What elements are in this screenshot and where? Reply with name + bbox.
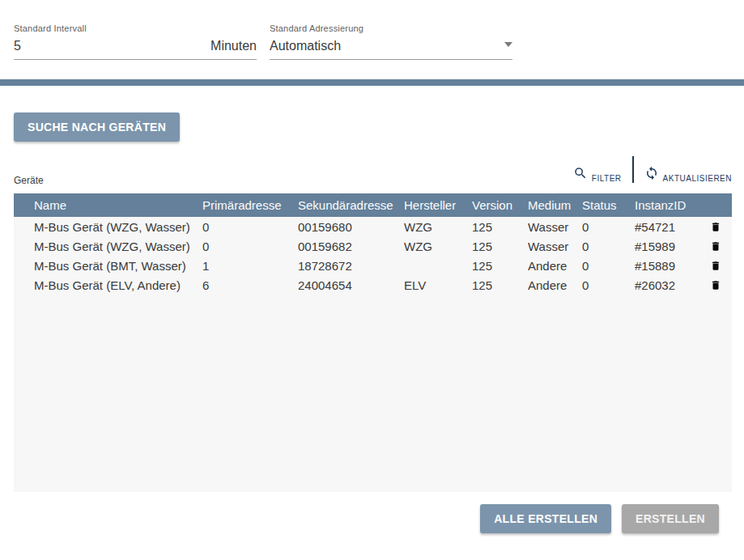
addressing-select[interactable]: Automatisch [270,39,512,60]
delete-device-button[interactable] [710,278,721,292]
trash-icon [710,259,721,273]
addressing-label: Standard Adressierung [270,23,512,33]
cell-status: 0 [582,278,635,292]
delete-device-button[interactable] [710,259,721,273]
cell-name: M-Bus Gerät (WZG, Wasser) [14,240,202,253]
filter-button[interactable]: FILTER [573,166,622,183]
column-header-status: Status [582,198,635,212]
interval-input[interactable] [14,39,95,53]
cell-instance-id: #54721 [635,220,699,234]
interval-field: Standard Intervall Minuten [14,23,257,79]
refresh-button[interactable]: AKTUALISIEREN [644,166,732,183]
interval-unit-suffix: Minuten [210,39,257,53]
toolbar-separator [632,156,634,183]
cell-manufacturer: WZG [404,240,472,253]
refresh-icon [644,166,659,180]
cell-version: 125 [472,259,528,273]
cell-name: M-Bus Gerät (WZG, Wasser) [14,220,202,234]
column-header-manufacturer: Hersteller [404,198,472,212]
cell-secondary-address: 18728672 [298,259,404,273]
table-row[interactable]: M-Bus Gerät (BMT, Wasser) 1 18728672 125… [14,256,732,275]
settings-form: Standard Intervall Minuten Standard Adre… [0,0,744,79]
trash-icon [710,278,721,292]
cell-medium: Wasser [528,240,582,253]
devices-caption: Geräte [14,175,44,189]
addressing-selected-value: Automatisch [270,39,341,53]
cell-secondary-address: 24004654 [298,278,404,292]
column-header-primary-address: Primäradresse [202,198,298,212]
cell-version: 125 [472,220,528,234]
delete-device-button[interactable] [710,240,721,253]
cell-status: 0 [582,259,635,273]
cell-version: 125 [472,278,528,292]
table-body: M-Bus Gerät (WZG, Wasser) 0 00159680 WZG… [14,217,732,295]
cell-primary-address: 6 [202,278,298,292]
table-row[interactable]: M-Bus Gerät (WZG, Wasser) 0 00159682 WZG… [14,236,732,256]
cell-medium: Andere [528,278,582,292]
cell-primary-address: 1 [202,259,298,273]
cell-instance-id: #26032 [635,278,699,292]
column-header-medium: Medium [528,198,582,212]
table-row[interactable]: M-Bus Gerät (ELV, Andere) 6 24004654 ELV… [14,275,732,295]
cell-name: M-Bus Gerät (ELV, Andere) [14,278,202,292]
column-header-version: Version [472,198,528,212]
cell-version: 125 [472,240,528,253]
cell-secondary-address: 00159680 [298,220,404,234]
refresh-label: AKTUALISIEREN [663,174,732,183]
dropdown-arrow-icon [504,42,512,47]
cell-primary-address: 0 [202,240,298,253]
search-devices-button[interactable]: SUCHE NACH GERÄTEN [14,112,180,142]
delete-device-button[interactable] [710,220,721,234]
table-toolbar: Geräte FILTER AKTUALISIEREN [14,142,732,189]
cell-primary-address: 0 [202,220,298,234]
cell-manufacturer: ELV [404,278,472,292]
cell-status: 0 [582,240,635,253]
interval-label: Standard Intervall [14,23,257,33]
devices-table: Name Primäradresse Sekundäradresse Herst… [14,193,732,492]
column-header-secondary-address: Sekundäradresse [298,198,404,212]
cell-medium: Wasser [528,220,582,234]
cell-instance-id: #15989 [635,240,699,253]
addressing-field[interactable]: Standard Adressierung Automatisch [270,23,512,79]
table-row[interactable]: M-Bus Gerät (WZG, Wasser) 0 00159680 WZG… [14,217,732,236]
cell-medium: Andere [528,259,582,273]
table-header-row: Name Primäradresse Sekundäradresse Herst… [14,193,732,217]
trash-icon [710,240,721,253]
create-all-button[interactable]: ALLE ERSTELLEN [480,504,611,533]
trash-icon [710,220,721,234]
cell-instance-id: #15889 [635,259,699,273]
cell-status: 0 [582,220,635,234]
cell-secondary-address: 00159682 [298,240,404,253]
create-button[interactable]: ERSTELLEN [622,504,719,533]
cell-manufacturer: WZG [404,220,472,234]
footer-actions: ALLE ERSTELLEN ERSTELLEN [14,504,744,533]
section-divider [0,79,744,86]
column-header-instance-id: InstanzID [635,198,699,212]
cell-name: M-Bus Gerät (BMT, Wasser) [14,259,202,273]
filter-label: FILTER [592,174,622,183]
column-header-name: Name [14,198,202,212]
search-icon [573,166,588,180]
